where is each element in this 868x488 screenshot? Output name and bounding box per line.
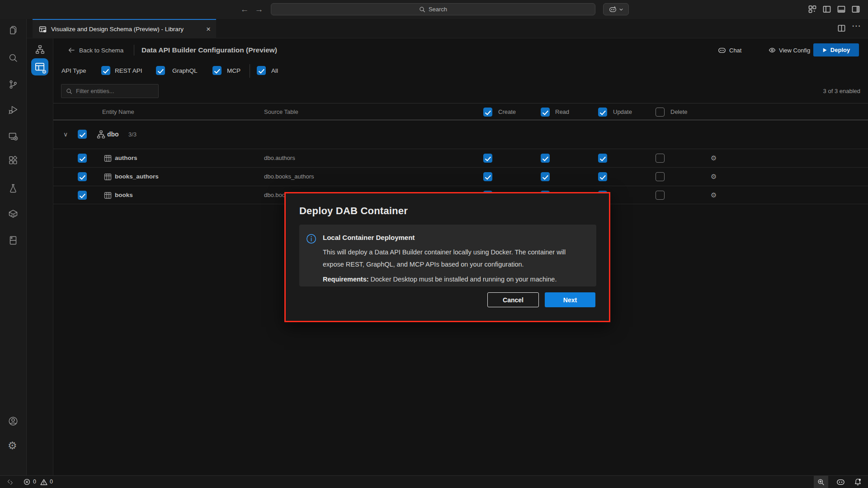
history-back-button[interactable]: ← bbox=[239, 4, 250, 15]
checkbox-all-read[interactable] bbox=[541, 108, 550, 117]
info-body: This will deploy a Data API Builder cont… bbox=[323, 246, 588, 271]
checkbox-read[interactable] bbox=[541, 154, 550, 163]
checkbox-all-delete[interactable] bbox=[656, 108, 665, 117]
group-count: 3/3 bbox=[128, 120, 137, 149]
copilot-icon bbox=[609, 5, 617, 13]
entity-name: books_authors bbox=[115, 168, 159, 186]
read-column-header: Read bbox=[555, 103, 569, 120]
search-view-icon[interactable] bbox=[8, 52, 19, 63]
remote-explorer-icon[interactable] bbox=[8, 131, 19, 142]
database-projects-icon[interactable] bbox=[8, 235, 19, 246]
errors-count[interactable]: 0 bbox=[33, 476, 36, 488]
checkbox-all-create[interactable] bbox=[483, 108, 492, 117]
checkbox-update[interactable] bbox=[598, 154, 607, 163]
command-center-search[interactable]: Search bbox=[271, 3, 595, 15]
run-debug-icon[interactable] bbox=[8, 104, 19, 115]
copilot-chat-icon bbox=[718, 46, 726, 54]
back-to-schema-button[interactable]: Back to Schema bbox=[68, 44, 123, 56]
row-settings-gear-icon[interactable]: ⚙ bbox=[711, 186, 717, 204]
history-forward-button[interactable]: → bbox=[253, 4, 265, 15]
tab-title: Visualize and Design Schema (Preview) - … bbox=[51, 26, 184, 33]
toggle-primary-sidebar-icon[interactable] bbox=[822, 5, 832, 14]
cancel-button[interactable]: Cancel bbox=[487, 292, 539, 307]
zoom-status-button[interactable] bbox=[814, 476, 828, 488]
remote-indicator-icon[interactable] bbox=[7, 479, 14, 486]
vscode-window: ← → Search Visualize and Design Schema (… bbox=[0, 0, 868, 488]
notifications-bell-icon[interactable] bbox=[854, 478, 862, 486]
dab-config-view-tile[interactable]: ⚙ bbox=[31, 58, 48, 75]
requirements-text: Docker Desktop must be installed and run… bbox=[369, 276, 557, 283]
zoom-in-icon bbox=[817, 479, 825, 486]
row-settings-gear-icon[interactable]: ⚙ bbox=[711, 149, 717, 167]
graphql-label[interactable]: GraphQL bbox=[172, 67, 198, 74]
collapse-chevron-icon[interactable]: ∨ bbox=[63, 120, 68, 149]
entity-name: authors bbox=[115, 149, 137, 167]
account-icon[interactable] bbox=[8, 416, 19, 427]
info-icon bbox=[306, 234, 316, 244]
checkbox-read[interactable] bbox=[541, 172, 550, 181]
status-bar: 0 0 bbox=[0, 475, 868, 488]
toggle-panel-icon[interactable] bbox=[837, 5, 847, 14]
editor-tab-bar: Visualize and Design Schema (Preview) - … bbox=[27, 19, 868, 38]
checkbox-group-dbo[interactable] bbox=[78, 130, 87, 139]
enabled-summary: 3 of 3 enabled bbox=[823, 88, 860, 94]
checkbox-delete[interactable] bbox=[656, 154, 665, 163]
editor-more-actions-icon[interactable]: ⋯ bbox=[852, 20, 861, 31]
row-settings-gear-icon[interactable]: ⚙ bbox=[711, 168, 717, 186]
checkbox-all[interactable] bbox=[257, 66, 266, 75]
testing-beaker-icon[interactable] bbox=[8, 183, 19, 194]
checkbox-mcp[interactable] bbox=[212, 66, 222, 75]
checkbox-row-enabled[interactable] bbox=[78, 154, 87, 163]
source-control-icon[interactable] bbox=[8, 79, 19, 90]
toggle-secondary-sidebar-icon[interactable] bbox=[851, 5, 861, 14]
checkbox-graphql[interactable] bbox=[156, 66, 165, 75]
entity-table-header: Entity Name Source Table Create Read Upd… bbox=[53, 103, 868, 120]
container-tools-icon[interactable] bbox=[8, 208, 19, 219]
checkbox-update[interactable] bbox=[598, 172, 607, 181]
checkbox-create[interactable] bbox=[483, 172, 492, 181]
warnings-count[interactable]: 0 bbox=[50, 476, 53, 488]
filter-entities-input[interactable] bbox=[76, 88, 158, 94]
checkbox-rest-api[interactable] bbox=[101, 66, 110, 75]
tab-visualize-design-schema[interactable]: Visualize and Design Schema (Preview) - … bbox=[33, 19, 216, 38]
table-row-authors: authors dbo.authors ⚙ bbox=[53, 149, 868, 167]
checkbox-delete[interactable] bbox=[656, 191, 665, 200]
chevron-down-icon bbox=[619, 7, 623, 12]
checkbox-all-update[interactable] bbox=[598, 108, 607, 117]
dab-configuration-page: Back to Schema Data API Builder Configur… bbox=[53, 38, 868, 475]
next-button[interactable]: Next bbox=[545, 292, 595, 307]
api-type-divider bbox=[250, 64, 250, 78]
mcp-label[interactable]: MCP bbox=[227, 67, 241, 74]
extensions-icon[interactable] bbox=[8, 155, 19, 166]
chat-button[interactable]: Chat bbox=[718, 44, 741, 56]
activity-bar: ⚙ bbox=[0, 19, 27, 475]
checkbox-delete[interactable] bbox=[656, 172, 665, 181]
group-name: dbo bbox=[107, 120, 119, 149]
checkbox-row-enabled[interactable] bbox=[78, 172, 87, 181]
warnings-icon[interactable] bbox=[40, 479, 47, 486]
page-title: Data API Builder Configuration (Preview) bbox=[142, 44, 277, 56]
errors-icon[interactable] bbox=[24, 479, 30, 485]
copilot-status-icon[interactable] bbox=[836, 478, 845, 486]
copilot-menu-button[interactable] bbox=[603, 3, 629, 15]
designer-side-strip: ⚙ bbox=[27, 38, 53, 475]
play-icon bbox=[822, 47, 827, 53]
table-icon bbox=[104, 155, 112, 162]
tab-close-icon[interactable]: × bbox=[206, 25, 211, 33]
schema-designer-tab-icon bbox=[39, 25, 47, 33]
checkbox-create[interactable] bbox=[483, 154, 492, 163]
checkbox-row-enabled[interactable] bbox=[78, 191, 87, 200]
create-column-header: Create bbox=[498, 103, 516, 120]
source-table-column-header: Source Table bbox=[264, 103, 298, 120]
view-config-button[interactable]: View Config bbox=[769, 44, 810, 56]
filter-entities-input-wrap bbox=[61, 84, 159, 98]
split-editor-icon[interactable] bbox=[837, 24, 846, 33]
settings-gear-icon[interactable]: ⚙ bbox=[8, 440, 17, 451]
customize-layout-icon[interactable] bbox=[808, 5, 818, 14]
explorer-icon[interactable] bbox=[8, 25, 19, 36]
rest-api-label[interactable]: REST API bbox=[115, 67, 142, 74]
deploy-button[interactable]: Deploy bbox=[813, 43, 859, 56]
all-label[interactable]: All bbox=[271, 67, 278, 74]
schema-view-icon[interactable] bbox=[35, 45, 45, 54]
arrow-left-icon bbox=[68, 47, 75, 54]
